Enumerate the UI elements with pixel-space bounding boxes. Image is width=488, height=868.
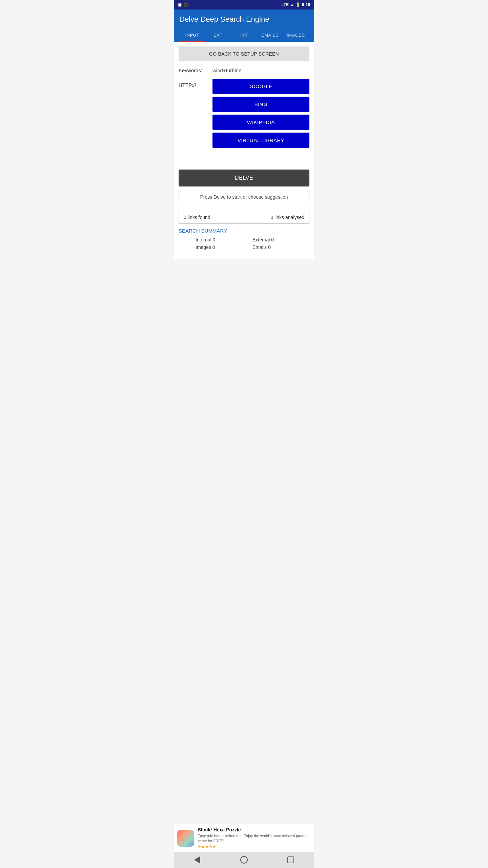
sim-icon: ▣ [178, 2, 182, 7]
search-summary-title: SEARCH SUMMARY [179, 228, 309, 234]
tabs-bar: INPUT EXT INT EMAILS IMAGES [179, 28, 309, 42]
images-label: Images 0 [196, 244, 252, 250]
delve-button[interactable]: DELVE [179, 170, 309, 186]
tab-emails[interactable]: EMAILS [257, 28, 283, 42]
time-label: 6:16 [302, 2, 310, 7]
status-bar-right: LTE ▲ 🔋 6:16 [281, 2, 310, 7]
notification-icon: ⬛ [184, 2, 189, 7]
signal-icon: ▲ [290, 2, 294, 7]
external-label: External 0 [252, 237, 309, 242]
main-content: GO BACK TO SETUP SCREEN Keywords: wind+t… [174, 42, 314, 259]
keywords-row: Keywords: wind+turbine [179, 67, 309, 73]
status-bar-left: ▣ ⬛ [178, 2, 189, 7]
tab-int[interactable]: INT [231, 28, 257, 42]
summary-grid: Internal 0 External 0 Images 0 Emails 0 [179, 237, 309, 250]
emails-label: Emails 0 [252, 244, 309, 250]
links-stats: 0 links found 0 links analysed [179, 211, 309, 224]
tab-input[interactable]: INPUT [179, 28, 205, 42]
links-analysed: 0 links analysed [270, 215, 304, 220]
lte-label: LTE [281, 2, 289, 7]
status-bar: ▣ ⬛ LTE ▲ 🔋 6:16 [174, 0, 314, 9]
http-section: HTTP:// GOOGLE BING WIKIPEDIA VIRTUAL LI… [179, 79, 309, 164]
tab-ext[interactable]: EXT [205, 28, 231, 42]
go-back-button[interactable]: GO BACK TO SETUP SCREEN [179, 46, 309, 61]
engine-buttons: GOOGLE BING WIKIPEDIA VIRTUAL LIBRARY [212, 79, 309, 164]
links-found: 0 links found [184, 215, 210, 220]
tab-images[interactable]: IMAGES [283, 28, 309, 42]
internal-label: Internal 0 [196, 237, 252, 242]
keywords-value: wind+turbine [212, 67, 241, 73]
keywords-label: Keywords: [179, 67, 212, 73]
virtual-library-button[interactable]: VIRTUAL LIBRARY [212, 133, 309, 148]
app-title: Delve Deep Search Engine [179, 15, 309, 24]
wikipedia-button[interactable]: WIKIPEDIA [212, 115, 309, 130]
http-label: HTTP:// [179, 79, 209, 88]
bing-button[interactable]: BING [212, 97, 309, 112]
press-delve-message: Press Delve to start or choose suggestio… [179, 190, 309, 204]
empty-area [212, 151, 309, 164]
app-header: Delve Deep Search Engine INPUT EXT INT E… [174, 9, 314, 42]
battery-icon: 🔋 [296, 2, 301, 7]
google-button[interactable]: GOOGLE [212, 79, 309, 94]
